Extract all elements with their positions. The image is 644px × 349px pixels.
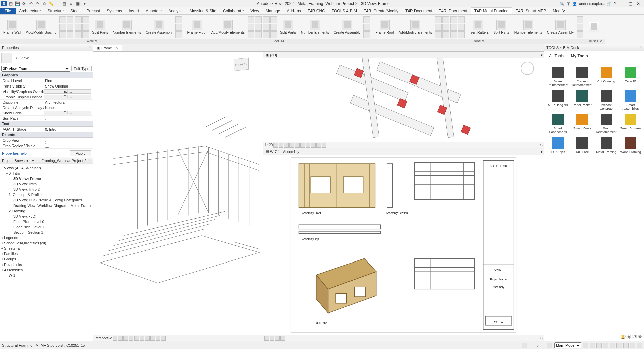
- save-icon[interactable]: 💾: [15, 1, 20, 6]
- close-views-icon[interactable]: ▣: [75, 1, 80, 6]
- vc-icon-6[interactable]: [140, 336, 144, 341]
- split-parts-wall-button[interactable]: Split Parts: [90, 19, 110, 35]
- wall-icon-g[interactable]: [75, 16, 82, 23]
- wall-icon-b[interactable]: [67, 16, 73, 23]
- floor-icon-l[interactable]: [270, 31, 277, 38]
- floor-icon-h[interactable]: [270, 16, 277, 23]
- prop-row[interactable]: Detail LevelFine: [0, 78, 93, 83]
- floor-icon-j[interactable]: [270, 24, 277, 31]
- wall-icon-d[interactable]: [67, 24, 73, 31]
- roof-icon-m[interactable]: [577, 16, 583, 23]
- print-icon[interactable]: ⎙: [42, 1, 47, 6]
- tree-node[interactable]: Drafting View: Workflow Diagram - Metal …: [1, 203, 92, 208]
- vc-icon-7[interactable]: [145, 336, 150, 341]
- v3d-dropdown-icon[interactable]: ▾: [541, 53, 543, 57]
- tree-node[interactable]: −0. Intro: [1, 171, 92, 176]
- dock-tab-all[interactable]: All Tools: [549, 54, 564, 60]
- tool-smart-assemblies[interactable]: Smart Assemblies: [619, 90, 642, 110]
- tab-architecture[interactable]: Architecture: [16, 8, 44, 14]
- tab-massing-site[interactable]: Massing & Site: [186, 8, 220, 14]
- as-icon-1[interactable]: [264, 336, 269, 341]
- create-assembly-roof-button[interactable]: Create Assembly: [545, 19, 576, 35]
- v3d-canvas[interactable]: [263, 58, 544, 142]
- vc-icon-3[interactable]: [123, 336, 128, 341]
- floor-icon-k[interactable]: [263, 31, 270, 38]
- tab-add-ins[interactable]: Add-Ins: [283, 8, 304, 14]
- number-elements-floor-button[interactable]: Number Elements: [299, 19, 331, 35]
- scroll-right-icon[interactable]: ›: [542, 143, 543, 147]
- tool-smart-views[interactable]: Smart Views: [571, 114, 593, 134]
- st-icon-9[interactable]: [637, 343, 642, 348]
- st-icon-7[interactable]: [623, 343, 629, 348]
- browser-close-icon[interactable]: ✕: [87, 158, 92, 162]
- vc-icon-4[interactable]: [129, 336, 133, 341]
- floor-icon-o[interactable]: [363, 31, 370, 38]
- workset-select[interactable]: Main Model: [554, 342, 581, 348]
- tab-collaborate[interactable]: Collaborate: [220, 8, 247, 14]
- number-elements-roof-button[interactable]: Number Elements: [512, 19, 544, 35]
- cart-icon[interactable]: 🛒: [607, 2, 612, 6]
- maximize-button[interactable]: ▢: [629, 1, 633, 6]
- tree-node[interactable]: +Families: [1, 251, 92, 256]
- prop-row[interactable]: Graphic Display OptionsEdit...: [0, 94, 93, 100]
- floor-icon-e[interactable]: [248, 31, 254, 38]
- wall-icon-l[interactable]: [82, 31, 89, 38]
- st-icon-6[interactable]: [616, 343, 622, 348]
- tree-node[interactable]: −Views (AGA_Webinar): [1, 165, 92, 171]
- frame-roof-button[interactable]: Frame Roof: [373, 19, 396, 35]
- wall-icon-o[interactable]: [175, 31, 182, 38]
- apply-button[interactable]: Apply: [70, 150, 91, 156]
- frame-floor-button[interactable]: Frame Floor: [185, 19, 209, 35]
- prop-row[interactable]: DisciplineArchitectural: [0, 100, 93, 105]
- info-icon[interactable]: ⓘ: [567, 1, 570, 6]
- wall-icon-n[interactable]: [175, 24, 182, 31]
- roof-icon-b[interactable]: [442, 16, 449, 23]
- tab-t4r-smart-mep[interactable]: T4R: Smart MEP: [512, 8, 549, 14]
- tool-column-reinforcement[interactable]: Column Reinforcement: [571, 67, 593, 87]
- measure-icon[interactable]: 📏: [48, 1, 54, 6]
- tree-node[interactable]: Floor Plan: Level 1: [1, 224, 92, 230]
- prop-row[interactable]: Crop View: [0, 138, 93, 143]
- wall-icon-k[interactable]: [75, 31, 82, 38]
- undo-icon[interactable]: ↶: [28, 1, 34, 6]
- tool-smart-connections[interactable]: Smart Connections: [546, 114, 569, 134]
- tab-manage[interactable]: Manage: [262, 8, 283, 14]
- frame-wall-button[interactable]: Frame Wall: [1, 19, 23, 35]
- align-icon[interactable]: ▦: [62, 1, 67, 6]
- switch-windows-icon[interactable]: ▾: [82, 1, 87, 6]
- vc-icon-10[interactable]: [161, 336, 166, 341]
- tab-t4r-document[interactable]: T4R Document: [402, 8, 436, 14]
- v3-icon-7[interactable]: [306, 143, 310, 148]
- floor-icon-f[interactable]: [255, 31, 262, 38]
- tool-smart-browser[interactable]: Smart Browser: [619, 114, 642, 134]
- v3-icon-1[interactable]: [273, 143, 278, 148]
- assembly-dropdown-icon[interactable]: ▾: [541, 150, 543, 154]
- tool-t4r-free[interactable]: T4R Free: [571, 137, 593, 154]
- roof-icon-i[interactable]: [450, 24, 457, 31]
- roof-icon-j[interactable]: [458, 24, 465, 31]
- tree-node[interactable]: 3D View: LGS Profile & Config Categories: [1, 197, 92, 203]
- tool-precast-concrete[interactable]: Precast Concrete: [595, 90, 618, 110]
- floor-icon-b[interactable]: [255, 16, 262, 23]
- wall-icon-i[interactable]: [75, 24, 82, 31]
- roof-icon-l[interactable]: [458, 31, 465, 38]
- create-assembly-floor-button[interactable]: Create Assembly: [332, 19, 362, 35]
- properties-close-icon[interactable]: ✕: [87, 45, 92, 49]
- open-icon[interactable]: ▤: [8, 1, 13, 6]
- tree-node[interactable]: −1. Concept & Profiles: [1, 192, 92, 197]
- scale-label[interactable]: 1 : 20: [264, 143, 273, 147]
- tool-excel2r[interactable]: Excel2R: [619, 67, 642, 87]
- roof-icon-k[interactable]: [450, 31, 457, 38]
- wall-icon-m[interactable]: [175, 16, 182, 23]
- vc-icon-1[interactable]: [113, 336, 117, 341]
- tab-modify[interactable]: Modify: [549, 8, 568, 14]
- wall-icon-f[interactable]: [67, 31, 73, 38]
- floor-icon-i[interactable]: [263, 24, 270, 31]
- tool-beam-reinforcement[interactable]: Beam Reinforcement: [546, 67, 569, 87]
- tool-panel-packer[interactable]: Panel Packer: [571, 90, 593, 110]
- tab-structure[interactable]: Structure: [44, 8, 67, 14]
- search-icon[interactable]: 🔍: [560, 2, 565, 6]
- tab-t4r-cnc[interactable]: T4R CNC: [304, 8, 328, 14]
- wall-icon-c[interactable]: [59, 24, 66, 31]
- prop-row[interactable]: Show GridsEdit...: [0, 110, 93, 116]
